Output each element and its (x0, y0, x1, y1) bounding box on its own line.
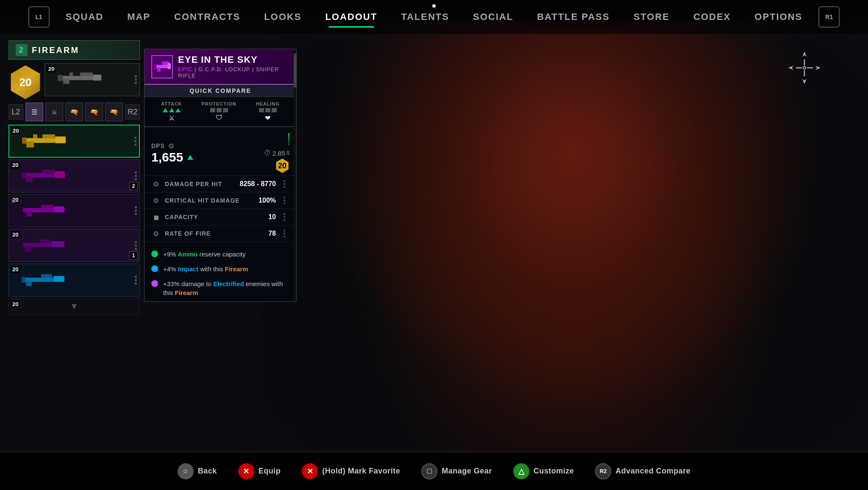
svg-rect-3 (93, 75, 101, 81)
menu-dot (284, 216, 285, 218)
nav-dot-indicator (432, 4, 436, 8)
bar-none-2 (217, 108, 222, 112)
stat-row-capacity: ◼ CAPACITY 10 (145, 209, 296, 226)
customize-button-icon[interactable]: △ (513, 463, 529, 479)
stat-menu-btn[interactable] (279, 228, 289, 239)
compare-button-icon[interactable]: R2 (595, 463, 611, 479)
nav-loadout[interactable]: LOADOUT (313, 8, 389, 26)
compare-protection-label: PROTECTION (201, 101, 236, 106)
compare-healing-arrows (259, 108, 277, 112)
level-section: 20 (8, 63, 42, 99)
mark-label: (Hold) Mark Favorite (322, 467, 400, 476)
stat-menu-btn[interactable] (279, 179, 289, 189)
svg-rect-27 (41, 274, 52, 278)
filter-melee[interactable]: ⚔ (45, 103, 63, 121)
nav-looks[interactable]: LOOKS (252, 8, 313, 26)
gear-item[interactable]: 20 (8, 125, 140, 158)
stat-row-rof: ⚙ RATE OF FIRE 78 (145, 226, 296, 242)
gear-item[interactable]: 20 (8, 264, 140, 297)
filter-next[interactable]: R2 (125, 104, 140, 120)
nav-talents[interactable]: TALENTS (389, 8, 461, 26)
dps-bar (288, 133, 289, 146)
nav-squad[interactable]: SQUAD (54, 8, 115, 26)
stat-rof-value: 78 (268, 230, 276, 237)
section-number: 2 (16, 44, 28, 56)
svg-rect-4 (58, 75, 63, 81)
gear-item-dots (135, 276, 137, 285)
dps-value: 1,655 (151, 150, 183, 164)
svg-rect-15 (26, 176, 33, 182)
arrow-up-2 (169, 108, 174, 112)
action-equip[interactable]: ✕ Equip (238, 463, 281, 479)
perk-highlight-firearm-3: Firearm (175, 289, 198, 296)
stat-capacity-label: CAPACITY (165, 214, 268, 220)
healing-icon: ❤ (265, 114, 270, 122)
svg-rect-31 (155, 65, 167, 68)
perks-section: +9% Ammo reserve capacity +4% Impact wit… (145, 245, 296, 301)
svg-rect-33 (157, 67, 161, 72)
stat-menu-btn[interactable] (279, 212, 289, 222)
svg-rect-28 (26, 281, 32, 286)
gear-item-level: 20 (11, 266, 20, 273)
gear-item[interactable]: 20 1 (8, 229, 140, 262)
manage-label: Manage Gear (442, 467, 492, 476)
gear-item[interactable]: 20 ✕ (8, 194, 140, 227)
manage-button-icon[interactable]: □ (421, 463, 437, 479)
nav-store[interactable]: STORE (622, 8, 682, 26)
dps-cost: 2.85 (273, 150, 285, 157)
gear-item-level: 20 (11, 161, 20, 169)
dps-level-badge: 20 (275, 159, 289, 173)
action-customize[interactable]: △ Customize (513, 463, 574, 479)
svg-marker-38 (788, 66, 793, 70)
nav-options[interactable]: OPTIONS (743, 8, 814, 26)
nav-map[interactable]: MAP (115, 8, 162, 26)
gear-weapon-icon (21, 164, 72, 188)
top-navigation: L1 SQUAD MAP CONTRACTS LOOKS LOADOUT TAL… (0, 0, 868, 34)
character-display (278, 21, 868, 462)
svg-point-12 (28, 138, 31, 140)
menu-dot (284, 233, 285, 234)
scrollbar-thumb (294, 53, 296, 87)
svg-rect-9 (55, 136, 66, 143)
equip-button-icon[interactable]: ✕ (238, 463, 254, 479)
filter-shotgun[interactable]: 🔫 (105, 103, 123, 121)
gear-item[interactable]: 20 (45, 63, 140, 96)
filter-prev[interactable]: L2 (8, 104, 23, 120)
gear-weapon-icon (57, 68, 108, 92)
bar-none-3 (223, 108, 228, 112)
nav-battlepass[interactable]: BATTLE PASS (525, 8, 622, 26)
stat-row-critical: ⚙ CRITICAL HIT DAMAGE 100% (145, 192, 296, 209)
stat-rof-label: RATE OF FIRE (165, 230, 268, 237)
compare-attack-arrows (163, 108, 181, 112)
stat-menu-btn[interactable] (279, 195, 289, 206)
protection-icon: 🛡 (216, 114, 223, 122)
dps-up-arrow (187, 155, 193, 160)
mark-button-icon[interactable]: ✕ (302, 463, 318, 479)
section-header: 2 FIREARM (8, 40, 140, 60)
action-mark-favorite[interactable]: ✕ (Hold) Mark Favorite (302, 463, 400, 479)
action-back[interactable]: ○ Back (178, 463, 217, 479)
nav-codex[interactable]: CODEX (682, 8, 743, 26)
nav-right-button[interactable]: R1 (818, 6, 840, 28)
back-button-icon[interactable]: ○ (178, 463, 194, 479)
nav-contracts[interactable]: CONTRACTS (162, 8, 252, 26)
filter-rifle[interactable]: 🔫 (85, 103, 103, 121)
nav-social[interactable]: SOCIAL (461, 8, 525, 26)
bottom-bar: ○ Back ✕ Equip ✕ (Hold) Mark Favorite □ … (0, 452, 868, 490)
scroll-indicator: ▼ (70, 301, 78, 311)
filter-pistol[interactable]: 🔫 (65, 103, 83, 121)
gear-item[interactable]: 20 2 (8, 159, 140, 192)
svg-rect-17 (22, 172, 26, 178)
panel-scrollbar[interactable] (294, 49, 296, 301)
action-manage-gear[interactable]: □ Manage Gear (421, 463, 492, 479)
stat-critical-value: 100% (259, 197, 276, 204)
action-advanced-compare[interactable]: R2 Advanced Compare (595, 463, 690, 479)
item-title: EYE IN THE SKY (178, 54, 289, 65)
stat-capacity-value: 10 (268, 213, 276, 221)
quick-compare-header: QUICK COMPARE (145, 85, 296, 97)
filter-list-view[interactable]: ☰ (25, 103, 43, 121)
nav-left-button[interactable]: L1 (28, 6, 50, 28)
bar-none-1 (210, 108, 215, 112)
svg-rect-8 (26, 142, 34, 148)
svg-point-44 (803, 67, 806, 69)
